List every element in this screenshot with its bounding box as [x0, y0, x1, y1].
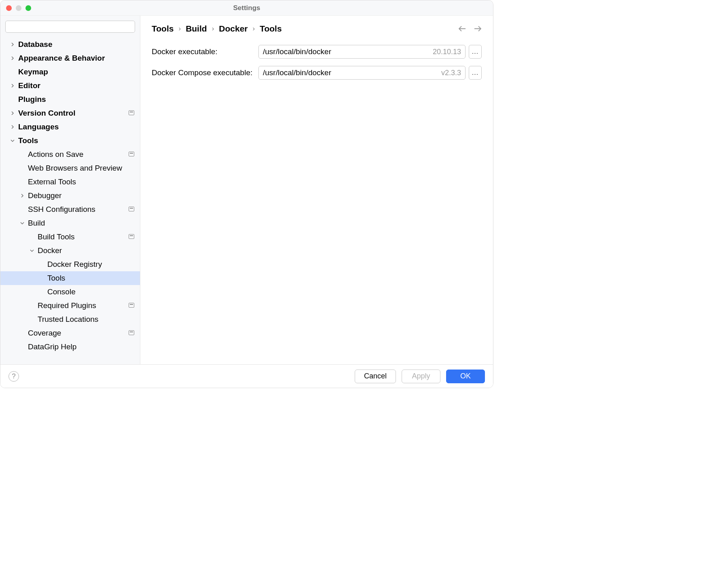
apply-button[interactable]: Apply: [402, 370, 440, 383]
sidebar-item-label: Docker: [38, 246, 62, 255]
sidebar-item-label: Console: [47, 287, 76, 296]
ok-button[interactable]: OK: [446, 370, 485, 383]
sidebar-item-docker[interactable]: Docker: [0, 244, 140, 258]
settings-tree: Database Appearance & Behavior Keymap Ed…: [0, 36, 140, 364]
traffic-lights: [6, 5, 31, 11]
sidebar-item-label: Docker Registry: [47, 260, 102, 269]
sidebar-item-label: Keymap: [18, 68, 48, 76]
sidebar-item-label: Build Tools: [38, 232, 75, 241]
sidebar-item-label: Actions on Save: [28, 150, 83, 159]
breadcrumb: Tools › Build › Docker › Tools: [152, 24, 482, 34]
sidebar-item-required-plugins[interactable]: Required Plugins: [0, 299, 140, 313]
sidebar-item-appearance[interactable]: Appearance & Behavior: [0, 51, 140, 65]
docker-executable-input[interactable]: /usr/local/bin/docker 20.10.13: [258, 45, 466, 59]
project-badge-icon: [129, 330, 134, 335]
sidebar-item-label: Trusted Locations: [38, 315, 98, 324]
chevron-right-icon: [20, 193, 25, 198]
browse-docker-button[interactable]: ...: [469, 45, 482, 59]
sidebar-item-debugger[interactable]: Debugger: [0, 189, 140, 203]
sidebar-item-tools[interactable]: Tools: [0, 134, 140, 148]
sidebar-item-label: Required Plugins: [38, 301, 96, 310]
back-button[interactable]: [458, 25, 466, 34]
cancel-button[interactable]: Cancel: [355, 370, 396, 383]
sidebar-item-build-tools[interactable]: Build Tools: [0, 230, 140, 244]
chevron-right-icon: ›: [178, 25, 181, 33]
sidebar-item-docker-registry[interactable]: Docker Registry: [0, 258, 140, 271]
sidebar-item-label: SSH Configurations: [28, 205, 95, 214]
chevron-down-icon: [30, 248, 34, 253]
compose-version-hint: v2.3.3: [441, 69, 461, 77]
chevron-right-icon: [10, 42, 15, 47]
sidebar-item-version-control[interactable]: Version Control: [0, 106, 140, 120]
docker-compose-executable-label: Docker Compose executable:: [152, 68, 258, 77]
breadcrumb-item[interactable]: Tools: [152, 24, 174, 34]
sidebar-item-label: Appearance & Behavior: [18, 54, 105, 63]
settings-content: Tools › Build › Docker › Tools Docker ex…: [140, 16, 493, 364]
sidebar-item-plugins[interactable]: Plugins: [0, 93, 140, 106]
sidebar-item-trusted-locations[interactable]: Trusted Locations: [0, 313, 140, 326]
sidebar-item-label: Tools: [18, 136, 38, 145]
sidebar-item-docker-tools[interactable]: Tools: [0, 271, 140, 285]
breadcrumb-item[interactable]: Docker: [219, 24, 248, 34]
docker-version-hint: 20.10.13: [433, 48, 461, 56]
sidebar-item-label: Build: [28, 219, 45, 228]
sidebar-item-label: Languages: [18, 122, 59, 131]
sidebar-item-docker-console[interactable]: Console: [0, 285, 140, 299]
sidebar-item-editor[interactable]: Editor: [0, 79, 140, 93]
sidebar-item-web-browsers[interactable]: Web Browsers and Preview: [0, 161, 140, 175]
sidebar-item-label: Coverage: [28, 329, 61, 338]
sidebar-item-label: DataGrip Help: [28, 342, 76, 351]
project-badge-icon: [129, 152, 134, 156]
sidebar-item-label: Database: [18, 40, 53, 49]
chevron-right-icon: [10, 111, 15, 116]
dialog-footer: ? Cancel Apply OK: [0, 364, 493, 388]
help-button[interactable]: ?: [8, 371, 19, 382]
chevron-right-icon: [10, 125, 15, 129]
project-badge-icon: [129, 234, 134, 239]
sidebar-item-label: Editor: [18, 81, 40, 90]
settings-sidebar: Database Appearance & Behavior Keymap Ed…: [0, 16, 140, 364]
browse-compose-button[interactable]: ...: [469, 66, 482, 80]
breadcrumb-item: Tools: [260, 24, 281, 34]
sidebar-item-label: Plugins: [18, 95, 46, 104]
sidebar-item-label: Tools: [47, 274, 65, 283]
sidebar-item-datagrip-help[interactable]: DataGrip Help: [0, 340, 140, 354]
sidebar-item-database[interactable]: Database: [0, 38, 140, 51]
project-badge-icon: [129, 303, 134, 308]
sidebar-item-languages[interactable]: Languages: [0, 120, 140, 134]
maximize-window-button[interactable]: [25, 5, 31, 11]
sidebar-item-coverage[interactable]: Coverage: [0, 326, 140, 340]
sidebar-item-label: External Tools: [28, 177, 76, 186]
breadcrumb-item[interactable]: Build: [186, 24, 207, 34]
sidebar-item-external-tools[interactable]: External Tools: [0, 175, 140, 189]
sidebar-item-build[interactable]: Build: [0, 216, 140, 230]
chevron-right-icon: ›: [253, 25, 255, 33]
chevron-right-icon: ›: [212, 25, 214, 33]
window-titlebar: Settings: [0, 0, 493, 16]
sidebar-item-actions-on-save[interactable]: Actions on Save: [0, 148, 140, 161]
input-value: /usr/local/bin/docker: [263, 47, 331, 56]
forward-button[interactable]: [474, 25, 482, 34]
docker-compose-executable-input[interactable]: /usr/local/bin/docker v2.3.3: [258, 66, 466, 80]
close-window-button[interactable]: [6, 5, 12, 11]
chevron-right-icon: [10, 56, 15, 61]
sidebar-item-ssh-configurations[interactable]: SSH Configurations: [0, 203, 140, 216]
sidebar-item-keymap[interactable]: Keymap: [0, 65, 140, 79]
chevron-right-icon: [10, 83, 15, 88]
chevron-down-icon: [20, 221, 25, 226]
chevron-down-icon: [10, 138, 15, 143]
docker-executable-label: Docker executable:: [152, 47, 258, 56]
project-badge-icon: [129, 207, 134, 211]
sidebar-item-label: Debugger: [28, 191, 61, 200]
sidebar-item-label: Web Browsers and Preview: [28, 164, 122, 173]
project-badge-icon: [129, 110, 134, 115]
minimize-window-button[interactable]: [16, 5, 21, 11]
settings-search-input[interactable]: [5, 21, 135, 33]
window-title: Settings: [233, 4, 260, 12]
sidebar-item-label: Version Control: [18, 109, 75, 118]
input-value: /usr/local/bin/docker: [263, 68, 331, 77]
